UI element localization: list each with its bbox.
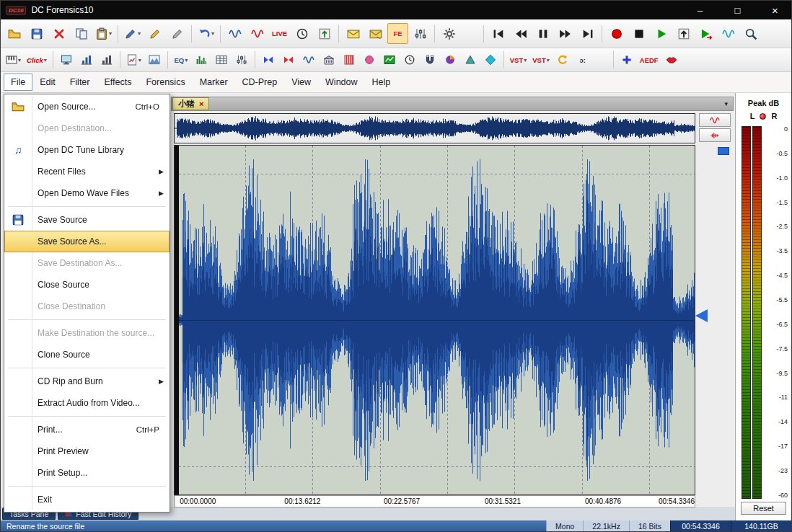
pen-tool-button[interactable]: ▾ <box>122 23 143 44</box>
menu-edit[interactable]: Edit <box>32 74 63 91</box>
envelope-send-button[interactable] <box>365 23 386 44</box>
wave-tool-button[interactable] <box>299 50 318 69</box>
spectrum-analyzer-button[interactable] <box>192 50 211 69</box>
envelope-button[interactable] <box>343 23 364 44</box>
green-display-button[interactable] <box>380 50 399 69</box>
lips-deesser-button[interactable] <box>662 50 681 69</box>
time-clock-button[interactable] <box>400 50 419 69</box>
vst-plugins-button[interactable]: VST▾ <box>508 50 529 69</box>
pencil-button[interactable] <box>144 23 165 44</box>
clip-indicator-led[interactable] <box>760 113 766 120</box>
paste-button[interactable]: ▾ <box>93 23 114 44</box>
file-analysis-button[interactable]: ▾ <box>124 50 144 69</box>
comb-filter-button[interactable] <box>340 50 358 69</box>
punctuate-button[interactable]: ɔ: <box>573 50 592 69</box>
timer-button[interactable] <box>291 23 312 44</box>
settings-gear-button[interactable] <box>439 23 459 44</box>
level-faders-button[interactable] <box>410 23 431 44</box>
file-menu-item-close-source[interactable]: Close Source <box>4 274 170 296</box>
marker-dot-button[interactable] <box>360 50 379 69</box>
menu-help[interactable]: Help <box>365 74 398 91</box>
wave-compare-button[interactable] <box>699 113 731 127</box>
file-menu-item-extract-audio-from-video[interactable]: Extract Audio from Video... <box>4 392 170 414</box>
minimize-button[interactable]: – <box>684 1 716 19</box>
wave-edit-button[interactable] <box>224 23 245 44</box>
fast-forward-button[interactable] <box>555 23 576 44</box>
menu-marker[interactable]: Marker <box>193 74 235 91</box>
bowtie-filter-button[interactable] <box>259 50 278 69</box>
zoom-button[interactable] <box>740 23 761 44</box>
pause-button[interactable] <box>532 23 553 44</box>
aedf-tool-button[interactable]: AEDF <box>638 50 661 69</box>
file-menu-item-recent-files[interactable]: Recent Files▶ <box>4 161 170 182</box>
amplitude-cursor[interactable] <box>695 309 708 322</box>
notch-filter-button[interactable] <box>279 50 298 69</box>
stop-button[interactable] <box>628 23 649 44</box>
file-menu-item-open-source[interactable]: Open Source...Ctrl+O <box>4 96 170 118</box>
fast-edit-button[interactable]: FE <box>387 23 408 44</box>
pie-analysis-button[interactable] <box>441 50 459 69</box>
vst-rack-button[interactable]: VST▾ <box>530 50 552 69</box>
wave-marker-button[interactable] <box>247 23 268 44</box>
keyboard-button[interactable]: ▾ <box>4 50 23 69</box>
add-plus-button[interactable] <box>617 50 636 69</box>
copy-button[interactable] <box>71 23 92 44</box>
file-menu-item-cd-rip-and-burn[interactable]: CD Rip and Burn▶ <box>4 371 170 392</box>
menu-file[interactable]: File <box>4 74 32 91</box>
scroll-handle[interactable] <box>718 147 729 155</box>
file-menu-item-exit[interactable]: Exit <box>4 489 170 510</box>
spectrogram-button[interactable] <box>97 50 116 69</box>
resample-button[interactable] <box>553 50 572 69</box>
tab-list-dropdown-icon[interactable]: ▾ <box>719 100 733 107</box>
open-source-button[interactable] <box>4 23 25 44</box>
tab-close-icon[interactable]: × <box>199 99 203 108</box>
file-menu-item-clone-source[interactable]: Clone Source <box>4 344 170 365</box>
live-record-button[interactable]: LIVE <box>269 23 290 44</box>
file-menu-item-save-source[interactable]: Save Source <box>4 209 170 231</box>
skip-end-button[interactable] <box>577 23 598 44</box>
file-menu-item-print-preview[interactable]: Print Preview <box>4 440 170 462</box>
document-tab[interactable]: 小猪 × <box>172 97 209 110</box>
wave-markers-button[interactable] <box>699 128 731 142</box>
save-button[interactable] <box>26 23 47 44</box>
menu-forensics[interactable]: Forensics <box>138 74 192 91</box>
eject-up-button[interactable] <box>673 23 694 44</box>
rewind-button[interactable] <box>510 23 531 44</box>
meter-reset-button[interactable]: Reset <box>741 502 786 515</box>
room-sim-button[interactable] <box>320 50 338 69</box>
file-menu-item-save-source-as[interactable]: Save Source As... <box>4 231 170 252</box>
prism-tool-button[interactable] <box>461 50 480 69</box>
skip-start-button[interactable] <box>488 23 509 44</box>
close-button[interactable]: × <box>759 1 791 19</box>
monitor-button[interactable] <box>57 50 76 69</box>
file-menu-item-open-demo-wave-files[interactable]: Open Demo Wave Files▶ <box>4 182 170 204</box>
gem-tool-button[interactable] <box>481 50 500 69</box>
waveform-overview[interactable] <box>174 113 695 143</box>
menu-effects[interactable]: Effects <box>97 74 138 91</box>
maximize-button[interactable]: □ <box>721 1 754 19</box>
wave-preview-button[interactable] <box>718 23 739 44</box>
magnet-tool-button[interactable] <box>421 50 439 69</box>
menu-cd-prep[interactable]: CD-Prep <box>235 74 285 91</box>
close-file-button[interactable] <box>48 23 69 44</box>
play-processed-button[interactable] <box>695 23 716 44</box>
file-menu-item-print[interactable]: Print...Ctrl+P <box>4 419 170 440</box>
click-repair-button[interactable]: Click▾ <box>25 50 49 69</box>
menu-filter[interactable]: Filter <box>63 74 97 91</box>
menu-view[interactable]: View <box>284 74 318 91</box>
scalpel-button[interactable] <box>167 23 188 44</box>
overview-canvas[interactable] <box>175 114 695 143</box>
equalizer-button[interactable]: EQ▾ <box>172 50 190 69</box>
file-menu-item-open-dc-tune-library[interactable]: ♫Open DC Tune Library <box>4 139 170 161</box>
undo-button[interactable]: ▾ <box>195 23 216 44</box>
waveform-canvas[interactable] <box>179 146 695 495</box>
record-button[interactable] <box>606 23 627 44</box>
area-view-button[interactable] <box>145 50 164 69</box>
play-button[interactable] <box>651 23 672 44</box>
gain-elevator-button[interactable] <box>314 23 335 44</box>
menu-window[interactable]: Window <box>318 74 364 91</box>
mixer-faders-button[interactable] <box>232 50 251 69</box>
data-table-button[interactable] <box>212 50 231 69</box>
histogram-button[interactable] <box>77 50 96 69</box>
file-menu-item-print-setup[interactable]: Print Setup... <box>4 462 170 484</box>
